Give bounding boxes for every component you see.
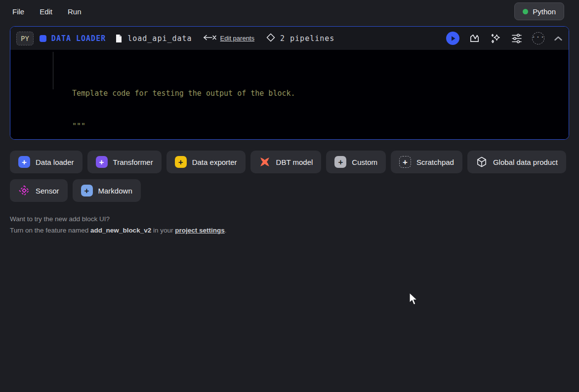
add-transformer-button[interactable]: + Transformer: [87, 151, 162, 173]
header-actions: ···: [446, 32, 563, 45]
cube-icon: [476, 156, 488, 168]
button-label: Markdown: [98, 187, 132, 195]
chevron-up-icon: [554, 36, 563, 41]
sparkle-icon: [490, 33, 501, 44]
add-markdown-button[interactable]: + Markdown: [73, 179, 141, 202]
menu-run[interactable]: Run: [68, 7, 82, 16]
hint-line-1: Want to try the new add block UI?: [10, 213, 227, 225]
hint-text: in your: [151, 227, 175, 234]
mouse-cursor: [409, 292, 419, 308]
plus-icon: +: [81, 185, 93, 196]
plus-icon: +: [18, 156, 30, 168]
diamond-icon: [266, 33, 275, 44]
menu-edit[interactable]: Edit: [40, 7, 52, 16]
button-label: Sensor: [36, 187, 59, 195]
kernel-badge[interactable]: Python: [514, 2, 564, 20]
block-type-color-icon: [40, 35, 46, 42]
language-badge: PY: [16, 32, 34, 45]
plus-icon: +: [334, 156, 346, 168]
pipelines-label: 2 pipelines: [280, 34, 334, 43]
hint-line-2: Turn on the feature named add_new_block_…: [10, 225, 227, 236]
menu-file[interactable]: File: [12, 7, 24, 16]
add-block-buttons: + Data loader + Transformer + Data expor…: [10, 151, 569, 202]
add-sensor-button[interactable]: Sensor: [10, 179, 68, 202]
button-label: Data loader: [36, 158, 74, 166]
project-settings-link[interactable]: project settings: [175, 227, 225, 234]
ellipsis-icon: ···: [532, 32, 544, 44]
edit-parents-button[interactable]: Edit parents: [203, 34, 254, 43]
chart-button[interactable]: [469, 33, 480, 44]
block-name[interactable]: load_api_data: [127, 34, 192, 43]
add-global-data-product-button[interactable]: Global data product: [467, 151, 566, 173]
add-dbt-model-button[interactable]: DBT model: [250, 151, 322, 173]
top-menu-bar: File Edit Run Python: [0, 0, 579, 23]
button-label: Transformer: [113, 158, 153, 166]
more-options-button[interactable]: ···: [532, 32, 544, 44]
code-block-panel: PY DATA LOADER load_api_data Edit parent…: [10, 26, 569, 140]
kernel-status-dot: [523, 9, 528, 14]
sliders-icon: [511, 33, 523, 44]
pipelines-info[interactable]: 2 pipelines: [266, 33, 334, 44]
file-icon: [115, 34, 123, 43]
plus-icon: +: [175, 156, 187, 168]
button-label: DBT model: [276, 158, 313, 166]
indent-guide: [53, 52, 53, 89]
button-label: Data exporter: [192, 158, 237, 166]
kernel-label: Python: [533, 7, 556, 16]
block-type-label: DATA LOADER: [51, 34, 106, 43]
hint-text: Turn on the feature named: [10, 227, 90, 234]
code-editor[interactable]: Template code for testing the output of …: [10, 50, 569, 140]
button-label: Global data product: [493, 158, 558, 166]
detach-arrow-icon: [203, 34, 217, 43]
button-label: Custom: [352, 158, 377, 166]
feature-name: add_new_block_v2: [90, 227, 151, 234]
ai-sparkle-button[interactable]: [490, 33, 501, 44]
code-line: Template code for testing the output of …: [72, 88, 569, 99]
settings-sliders-button[interactable]: [511, 33, 523, 44]
chart-icon: [469, 33, 480, 44]
block-header: PY DATA LOADER load_api_data Edit parent…: [10, 27, 569, 50]
add-custom-button[interactable]: + Custom: [326, 151, 386, 173]
add-data-loader-button[interactable]: + Data loader: [10, 151, 83, 173]
collapse-block-button[interactable]: [554, 36, 563, 41]
plus-dashed-icon: +: [399, 156, 411, 168]
add-scratchpad-button[interactable]: + Scratchpad: [391, 151, 462, 173]
menu-items: File Edit Run: [12, 7, 82, 16]
new-ui-hint: Want to try the new add block UI? Turn o…: [10, 213, 227, 236]
sensor-diamond-icon: [18, 185, 30, 196]
button-label: Scratchpad: [416, 158, 454, 166]
hint-text: .: [225, 227, 227, 234]
dbt-logo-icon: [259, 156, 271, 168]
edit-parents-label: Edit parents: [220, 35, 254, 42]
run-block-button[interactable]: [446, 32, 459, 45]
code-line: """: [72, 121, 569, 132]
add-data-exporter-button[interactable]: + Data exporter: [166, 151, 246, 173]
plus-icon: +: [96, 156, 108, 168]
play-icon: [450, 36, 456, 41]
